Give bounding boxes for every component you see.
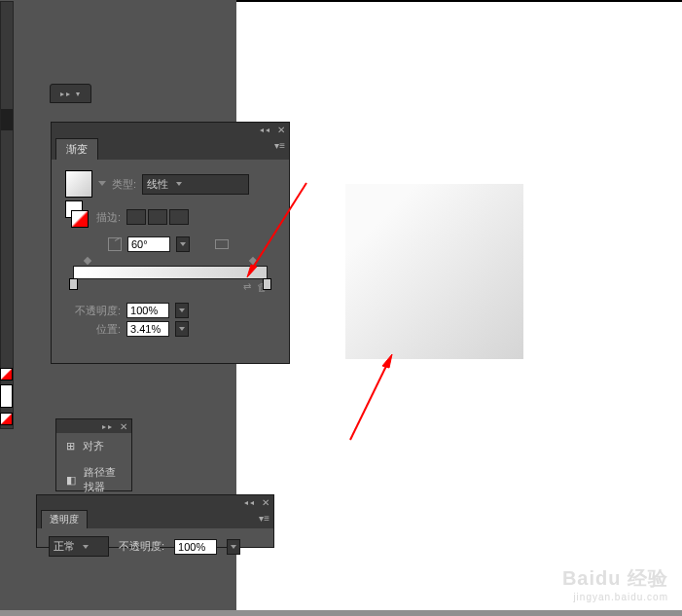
transparency-opacity-dropdown[interactable] — [227, 539, 240, 555]
annotation-arrow-2 — [336, 350, 404, 448]
type-label: 类型: — [112, 177, 136, 192]
none-swatch-1[interactable] — [0, 368, 13, 380]
transparency-tab[interactable]: 透明度 — [41, 510, 88, 528]
gradient-stop-left[interactable] — [69, 278, 78, 290]
double-arrow-icon[interactable]: ◂◂ — [260, 126, 271, 134]
panel-menu-icon[interactable]: ▾≡ — [259, 513, 269, 524]
gradient-tab[interactable]: 渐变 — [55, 138, 98, 160]
swap-stops-icon[interactable]: ⇄ — [243, 281, 251, 293]
fill-swatch[interactable] — [0, 384, 13, 408]
gradient-panel-titlebar[interactable]: ◂◂ ✕ — [52, 123, 289, 136]
blend-mode-select[interactable]: 正常 — [49, 536, 109, 557]
collapse-icon: ▾ — [76, 90, 82, 98]
gradient-rectangle-object[interactable] — [345, 184, 523, 359]
double-arrow-icon[interactable]: ▸▸ — [102, 422, 114, 431]
aspect-ratio-icon — [215, 239, 229, 249]
gradient-tab-row: 渐变 ▾≡ — [52, 136, 289, 160]
tools-panel[interactable] — [0, 1, 14, 429]
close-icon[interactable]: ✕ — [120, 421, 127, 432]
stroke-outside-button[interactable] — [169, 209, 189, 225]
watermark: Baidu 经验 jingyan.baidu.com — [562, 565, 668, 602]
angle-icon — [108, 237, 122, 251]
position-dropdown[interactable] — [175, 321, 189, 337]
align-icon: ⊞ — [66, 440, 75, 453]
collapsed-panel-tab[interactable]: ▸▸ ▾ — [50, 84, 91, 103]
double-arrow-icon[interactable]: ◂◂ — [244, 498, 256, 507]
align-panel-titlebar[interactable]: ▸▸ ✕ — [56, 419, 131, 433]
svg-marker-3 — [382, 354, 392, 368]
annotation-arrow-1 — [243, 175, 321, 282]
position-input[interactable]: 3.41% — [126, 321, 169, 337]
fill-stroke-swatch[interactable] — [65, 200, 90, 234]
close-icon[interactable]: ✕ — [277, 125, 285, 135]
gradient-preview-caret-icon[interactable] — [98, 181, 106, 187]
horizontal-scrollbar[interactable] — [0, 610, 682, 616]
opacity-dropdown[interactable] — [175, 303, 189, 318]
close-icon[interactable]: ✕ — [262, 497, 269, 508]
svg-line-2 — [350, 362, 388, 440]
stroke-inside-button[interactable] — [126, 209, 146, 225]
opacity-label: 不透明度: — [75, 304, 121, 318]
align-panel: ▸▸ ✕ ⊞ 对齐 ◧ 路径查找器 — [55, 418, 132, 491]
stroke-label: 描边: — [96, 210, 121, 225]
opacity-label: 不透明度: — [119, 539, 164, 554]
opacity-input[interactable]: 100% — [126, 303, 169, 318]
transparency-opacity-input[interactable]: 100% — [174, 539, 217, 555]
svg-line-0 — [251, 183, 306, 271]
pathfinder-icon: ◧ — [66, 474, 76, 487]
angle-dropdown[interactable] — [176, 236, 190, 252]
panel-menu-icon[interactable]: ▾≡ — [274, 140, 285, 151]
align-tab[interactable]: ⊞ 对齐 — [56, 433, 131, 459]
gradient-type-select[interactable]: 线性 — [142, 174, 249, 195]
stroke-center-button[interactable] — [148, 209, 167, 225]
diamond-icon[interactable] — [84, 257, 91, 265]
expand-icon: ▸▸ — [60, 90, 72, 98]
angle-input[interactable]: 60° — [127, 236, 170, 252]
transparency-panel: ◂◂ ✕ 透明度 ▾≡ 正常 不透明度: 100% — [36, 494, 274, 548]
gradient-preview[interactable] — [65, 170, 92, 198]
svg-marker-1 — [247, 265, 257, 277]
stroke-align-group — [126, 209, 189, 225]
gradient-slider[interactable] — [73, 266, 268, 279]
transparency-titlebar[interactable]: ◂◂ ✕ — [37, 495, 273, 509]
workspace: ▸▸ ▾ ◂◂ ✕ 渐变 ▾≡ 类型: 线性 — [0, 0, 682, 616]
none-swatch-2[interactable] — [0, 413, 13, 425]
position-label: 位置: — [96, 322, 121, 337]
